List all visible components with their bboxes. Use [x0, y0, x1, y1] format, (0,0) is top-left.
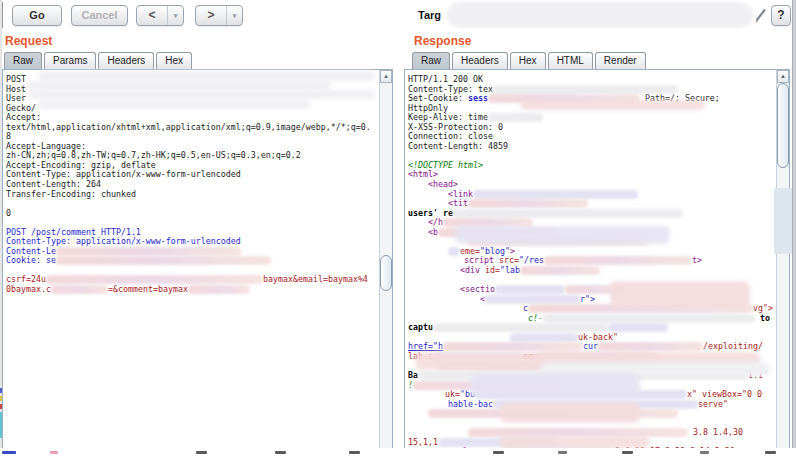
tab-render[interactable]: Render: [595, 52, 646, 70]
tab-headers[interactable]: Headers: [98, 52, 154, 70]
code-text: =&comment=baymax: [108, 284, 188, 294]
code-text: <html>: [408, 169, 438, 179]
code-text: c!-: [528, 313, 543, 323]
tab-hex[interactable]: Hex: [510, 52, 546, 70]
code-text: cur: [583, 341, 598, 351]
tab-html[interactable]: HTML: [548, 52, 593, 70]
redaction-blur: [433, 323, 608, 332]
response-title: Response: [414, 34, 471, 48]
cropped-text-fragment: [196, 451, 207, 454]
code-text: HttpOnly: [408, 103, 448, 113]
code-line: text/html,application/xhtml+xml,applicat…: [6, 123, 378, 133]
tab-params[interactable]: Params: [44, 52, 96, 70]
request-text[interactable]: POST HostUserGecko/Accept:text/html,appl…: [4, 71, 378, 451]
cropped-text-fragment: [558, 451, 567, 454]
code-line: Content-Length: 4859: [408, 142, 776, 152]
code-text: <tit: [408, 198, 468, 208]
history-back-button[interactable]: < ▾: [136, 5, 184, 26]
request-tabs: RawParamsHeadersHex: [4, 52, 194, 70]
code-line: Content-Type: application/x-www-form-url…: [6, 237, 378, 247]
redaction-blur: [610, 281, 750, 309]
redaction-blur: [470, 373, 640, 397]
request-scroll-thumb[interactable]: [380, 255, 392, 291]
code-text: Keep-Alive: time: [408, 112, 488, 122]
redaction-blur: [453, 209, 683, 218]
redaction-blur: [488, 113, 543, 122]
history-forward-button[interactable]: > ▾: [195, 5, 243, 26]
cropped-text-fragment: [493, 451, 504, 454]
back-dropdown-icon[interactable]: ▾: [167, 6, 183, 25]
redaction-blur: [500, 403, 640, 423]
code-text: Host: [6, 84, 26, 94]
code-line: Content-Le: [6, 247, 378, 257]
redaction-blur: [46, 275, 263, 284]
code-text: Content-Type: application/x-www-form-url…: [6, 169, 241, 179]
redaction-blur: [774, 188, 793, 254]
code-text: users' re: [408, 208, 453, 218]
code-text: serve": [698, 399, 728, 409]
code-text: Accept-Encoding: gzip, deflate: [6, 160, 156, 170]
redaction-blur: [28, 90, 375, 99]
code-text: Cookie: se: [6, 255, 56, 265]
redaction-blur: [473, 190, 638, 199]
code-text: captu: [408, 322, 433, 332]
code-line: Cookie: se: [6, 256, 378, 266]
window-edge-sliver: [0, 396, 2, 401]
code-line: csrf=24ubaymax&email=baymax%4: [6, 275, 378, 285]
code-line: c!- to: [408, 314, 776, 324]
code-line: 0baymax.c=&comment=baymax: [6, 285, 378, 295]
code-text: /exploiting/: [703, 341, 763, 351]
scroll-up-icon[interactable]: ▲: [777, 70, 789, 83]
response-scrollbar[interactable]: ▲: [776, 70, 789, 448]
code-text: "lab: [500, 265, 520, 275]
tab-raw[interactable]: Raw: [4, 52, 42, 70]
code-text: Transfer-Encoding: chunked: [6, 189, 136, 199]
redaction-blur: [608, 323, 668, 332]
help-button[interactable]: ?: [771, 5, 791, 26]
code-line: <!DOCTYPE html>: [408, 161, 776, 171]
code-text: Content-Type: application/x-www-form-url…: [6, 236, 241, 246]
cropped-text-fragment: [765, 451, 776, 454]
redaction-blur: [188, 285, 250, 294]
redaction-blur: [448, 247, 460, 256]
code-text: x" viewBox="0 0: [687, 389, 762, 399]
code-text: User: [6, 93, 26, 103]
target-label: Targ: [418, 9, 441, 21]
code-text: zh-CN,zh;q=0.8,zh-TW;q=0.7,zh-HK;q=0.5,e…: [6, 150, 301, 160]
code-text: POST /post/comment HTTP/1.1: [6, 227, 141, 237]
code-line: href="hcur/exploiting/: [408, 342, 776, 352]
go-button[interactable]: Go: [12, 5, 62, 26]
code-text: Content-Le: [6, 246, 56, 256]
tab-hex[interactable]: Hex: [156, 52, 192, 70]
edit-pencil-icon[interactable]: [753, 7, 768, 24]
window-edge: [792, 0, 796, 458]
cancel-button[interactable]: Cancel: [71, 5, 128, 26]
request-title: Request: [5, 34, 52, 48]
code-text: 8: [6, 131, 11, 141]
code-line: <html>: [408, 170, 776, 180]
code-text: baymax&email=baymax%4: [263, 274, 368, 284]
redaction-blur: [447, 2, 753, 28]
tab-headers[interactable]: Headers: [452, 52, 508, 70]
code-text: script: [464, 255, 499, 265]
code-line: captu: [408, 323, 776, 333]
code-text: 0baymax.c: [6, 284, 51, 294]
code-text: text/html,application/xhtml+xml,applicat…: [6, 122, 371, 132]
code-text: 0: [6, 208, 11, 218]
redaction-blur: [544, 256, 692, 265]
code-text: Content-Type: tex: [408, 84, 493, 94]
response-scroll-thumb[interactable]: [777, 83, 789, 168]
tab-raw[interactable]: Raw: [412, 52, 450, 70]
window-edge-sliver: [0, 412, 2, 438]
request-scrollbar[interactable]: ▲: [379, 70, 392, 448]
redaction-blur: [51, 285, 108, 294]
code-text: Accept-Language:: [6, 141, 86, 151]
forward-dropdown-icon[interactable]: ▾: [226, 6, 242, 25]
forward-arrow-icon: >: [196, 6, 226, 25]
code-text: t>: [692, 255, 702, 265]
scroll-up-icon[interactable]: ▲: [380, 70, 392, 83]
redaction-blur: [510, 333, 578, 342]
cropped-text-fragment: [700, 451, 709, 454]
request-editor[interactable]: POST HostUserGecko/Accept:text/html,appl…: [2, 69, 393, 449]
code-text: <!DOCTYPE html>: [408, 160, 483, 170]
